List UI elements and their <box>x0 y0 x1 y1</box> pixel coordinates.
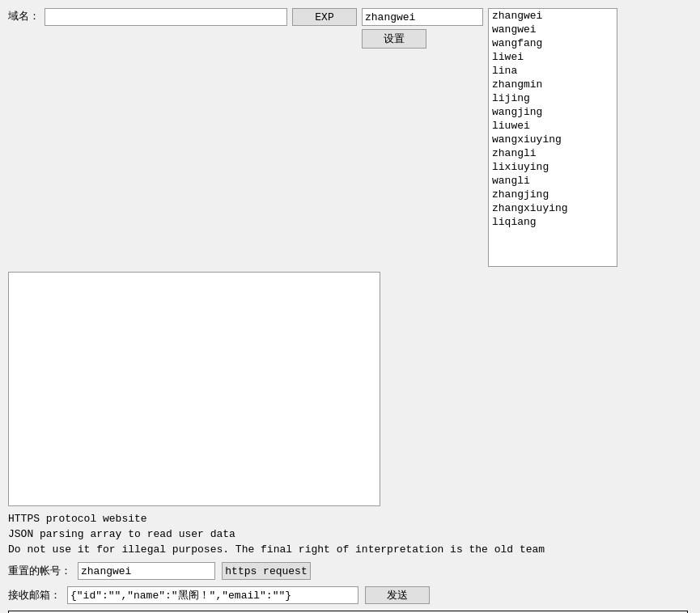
domain-input[interactable] <box>45 8 287 26</box>
info-section: HTTPS protocol website JSON parsing arra… <box>8 513 692 556</box>
main-container: 域名： EXP 设置 zhangweiwangweiwangfangliweil… <box>0 0 700 613</box>
user-list[interactable]: zhangweiwangweiwangfangliweilinazhangmin… <box>488 8 617 267</box>
info-line-2: JSON parsing array to read user data <box>8 528 692 540</box>
user-list-item[interactable]: lijing <box>489 91 617 105</box>
shezhi-button[interactable]: 设置 <box>362 29 426 49</box>
user-list-item[interactable]: zhangmin <box>489 78 617 91</box>
user-list-item[interactable]: zhangjing <box>489 188 617 201</box>
user-list-item[interactable]: wangfang <box>489 36 617 50</box>
info-line-1: HTTPS protocol website <box>8 513 692 525</box>
username-input[interactable] <box>362 8 483 26</box>
user-list-item[interactable]: liwei <box>489 50 617 64</box>
email-input[interactable] <box>67 586 358 604</box>
exp-button[interactable]: EXP <box>292 8 357 26</box>
user-list-item[interactable]: wangxiuying <box>489 133 617 146</box>
user-list-item[interactable]: liqiang <box>489 215 617 229</box>
user-list-item[interactable]: wangli <box>489 174 617 188</box>
domain-label: 域名： <box>8 8 40 26</box>
user-list-item[interactable]: wangjing <box>489 105 617 119</box>
user-list-item[interactable]: lixiuying <box>489 160 617 174</box>
top-inputs-right: 设置 <box>362 8 483 49</box>
user-list-item[interactable]: lina <box>489 64 617 78</box>
user-list-item[interactable]: liuwei <box>489 119 617 133</box>
user-list-item[interactable]: zhangwei <box>489 9 617 23</box>
reset-row: 重置的帐号： https request <box>8 562 692 580</box>
email-label: 接收邮箱： <box>8 588 61 602</box>
reset-input[interactable] <box>78 562 215 580</box>
send-button[interactable]: 发送 <box>365 586 430 604</box>
user-list-item[interactable]: wangwei <box>489 23 617 36</box>
top-row: 域名： EXP 设置 zhangweiwangweiwangfangliweil… <box>8 8 692 267</box>
email-row: 接收邮箱： 发送 <box>8 586 692 604</box>
text-area-box <box>8 272 380 506</box>
https-request-button[interactable]: https request <box>222 562 311 580</box>
middle-section <box>8 272 692 506</box>
user-list-item[interactable]: zhangli <box>489 146 617 160</box>
reset-label: 重置的帐号： <box>8 564 71 578</box>
info-line-3: Do not use it for illegal purposes. The … <box>8 543 692 556</box>
user-list-item[interactable]: zhangxiuying <box>489 201 617 215</box>
